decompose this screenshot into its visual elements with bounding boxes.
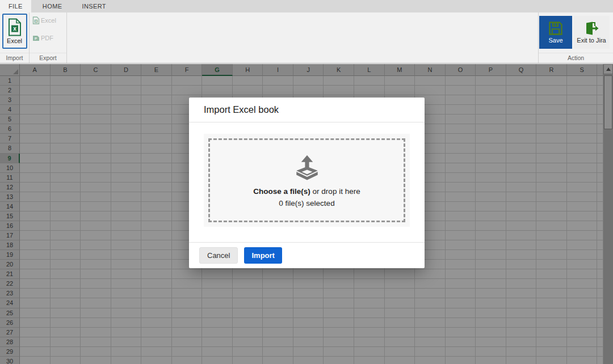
exit-door-icon xyxy=(584,21,599,36)
exit-to-jira-button[interactable]: Exit to Jira xyxy=(573,16,610,49)
ribbon-spacer xyxy=(67,12,538,63)
import-dialog: Import Excel book Choose a file(s) or dr… xyxy=(189,98,425,268)
export-group-label: Export xyxy=(30,53,66,63)
action-group-label: Action xyxy=(539,53,613,63)
import-excel-button[interactable]: x Excel xyxy=(2,14,27,49)
excel-file-icon: x xyxy=(7,18,22,36)
upload-box-icon xyxy=(292,154,322,182)
tab-file[interactable]: FILE xyxy=(0,0,31,12)
ribbon-group-import: x Excel Import xyxy=(0,12,30,63)
dialog-footer: Cancel Import xyxy=(189,242,425,268)
svg-text:x: x xyxy=(13,26,16,32)
export-excel-label: Excel xyxy=(41,17,56,24)
app-window: FILE HOME INSERT x Excel xyxy=(0,0,613,364)
import-button[interactable]: Import xyxy=(244,247,282,264)
export-excel-button[interactable]: x Excel xyxy=(32,16,56,24)
import-excel-label: Excel xyxy=(7,37,22,44)
tab-insert[interactable]: INSERT xyxy=(73,0,115,12)
ribbon-tab-bar: FILE HOME INSERT xyxy=(0,0,613,12)
svg-text:P: P xyxy=(35,37,37,40)
dialog-body: Choose a file(s) or drop it here 0 file(… xyxy=(189,122,425,227)
tab-home[interactable]: HOME xyxy=(34,0,71,12)
save-floppy-icon xyxy=(548,21,563,36)
save-button[interactable]: Save xyxy=(539,16,572,49)
excel-small-icon: x xyxy=(32,16,40,24)
ribbon-group-action: Save Exit to Jira xyxy=(538,12,613,63)
export-pdf-label: PDF xyxy=(41,35,53,41)
files-selected-count: 0 file(s) selected xyxy=(279,199,334,208)
dropzone-instruction: Choose a file(s) or drop it here xyxy=(253,187,360,196)
choose-file-text: Choose a file(s) xyxy=(253,187,310,196)
ribbon-group-export: x Excel P PDF xyxy=(30,12,67,63)
ribbon: x Excel Import x xyxy=(0,12,613,64)
pdf-icon: P xyxy=(32,34,40,42)
save-label: Save xyxy=(548,37,562,44)
file-dropzone[interactable]: Choose a file(s) or drop it here 0 file(… xyxy=(204,134,410,227)
import-group-label: Import xyxy=(0,53,29,63)
spreadsheet: ABCDEFGHIJKLMNOPQRS 12345678910111213141… xyxy=(0,64,613,364)
dialog-header: Import Excel book xyxy=(189,98,425,122)
exit-to-jira-label: Exit to Jira xyxy=(577,37,606,44)
drop-here-text: or drop it here xyxy=(310,187,360,196)
dialog-title: Import Excel book xyxy=(204,104,279,115)
cancel-button[interactable]: Cancel xyxy=(199,247,238,264)
svg-text:x: x xyxy=(35,19,37,23)
export-pdf-button[interactable]: P PDF xyxy=(32,34,56,42)
